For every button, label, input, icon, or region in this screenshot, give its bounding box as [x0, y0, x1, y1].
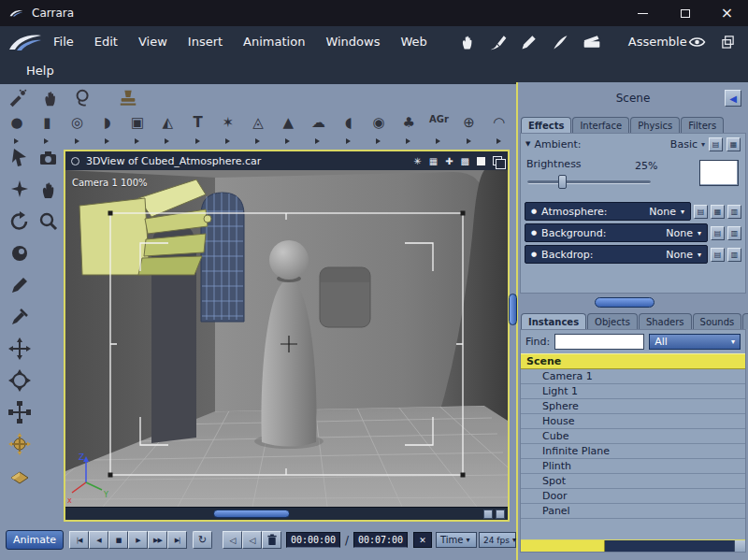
mountain-tool[interactable]: ▲	[273, 111, 303, 146]
chevron-down-icon[interactable]: ▾	[681, 208, 684, 216]
add-keyframe-button[interactable]: ◁	[242, 531, 262, 549]
go-end-button[interactable]: ▶|	[167, 531, 187, 549]
select-arrow-tool[interactable]	[8, 147, 31, 169]
hierarchy-view-icon[interactable]: ▦	[429, 156, 438, 166]
camera-tool[interactable]	[37, 147, 60, 169]
filter-dropdown[interactable]: All ▾	[649, 334, 741, 350]
scale-manipulator-tool[interactable]	[8, 401, 31, 424]
backdrop-option-button[interactable]: ▤	[711, 248, 725, 262]
list-item-sphere[interactable]: Sphere	[521, 399, 745, 414]
atmosphere-value[interactable]: None	[649, 206, 676, 218]
ambient-color-swatch[interactable]	[699, 160, 739, 186]
grid-toggle-icon[interactable]: ▩	[461, 156, 469, 166]
delete-keyframe-button[interactable]	[262, 531, 281, 549]
backdrop-value[interactable]: None	[666, 249, 693, 261]
time-mode-dropdown[interactable]: Time ▾	[436, 532, 477, 548]
chevron-down-icon[interactable]: ▾	[701, 140, 705, 149]
vertical-splitter-handle[interactable]	[509, 294, 517, 325]
pan-hand-tool[interactable]	[37, 179, 60, 201]
gear-tool[interactable]: ⊕	[454, 111, 484, 146]
close-button[interactable]: ×	[706, 0, 748, 26]
find-input[interactable]	[554, 334, 644, 350]
geodesic-tool[interactable]: ◎	[62, 111, 92, 146]
atmosphere-option-button[interactable]: ▥	[727, 205, 741, 219]
brightness-slider-thumb[interactable]	[558, 175, 567, 189]
viewport-resize-grip[interactable]	[496, 510, 505, 519]
chevron-down-icon[interactable]: ▾	[698, 251, 701, 259]
atmosphere-row[interactable]: ● Atmosphere: None ▾	[525, 202, 691, 221]
stamp-tool-icon[interactable]	[113, 87, 143, 109]
fps-dropdown[interactable]: 24 fps ▾	[479, 532, 516, 548]
hand-mode-icon[interactable]	[458, 33, 477, 51]
sphere-tool[interactable]: ●	[2, 111, 32, 146]
solid-view-icon[interactable]	[477, 157, 485, 165]
backdrop-row[interactable]: ● Backdrop: None ▾	[525, 245, 708, 264]
prev-keyframe-button[interactable]: ◁	[223, 531, 242, 549]
render-mode-icon[interactable]: ✳	[413, 156, 421, 166]
list-item-infinite-plane[interactable]: Infinite Plane	[521, 444, 745, 459]
pen-tool[interactable]	[8, 274, 31, 296]
spikes-tool[interactable]: ◬	[243, 111, 273, 146]
menu-edit[interactable]: Edit	[84, 35, 128, 49]
lasso-tool-icon[interactable]	[71, 87, 95, 109]
plane-manipulator-tool[interactable]	[8, 465, 31, 487]
ambient-mode-dropdown[interactable]: Basic	[670, 138, 698, 151]
hand-tool-icon[interactable]	[38, 87, 63, 109]
viewport-titlebar[interactable]: 3DView of Cubed_Atmosphere.car ✳ ▦ ✚ ▩	[65, 151, 508, 170]
prev-frame-button[interactable]: ◀	[89, 531, 108, 549]
background-value[interactable]: None	[666, 227, 693, 239]
rotate-manipulator-tool[interactable]	[8, 369, 31, 392]
star-cursor-tool[interactable]	[8, 179, 31, 201]
animate-toggle-button[interactable]: Animate	[6, 530, 64, 550]
scene-root-item[interactable]: Scene	[521, 353, 745, 369]
viewport-canvas[interactable]: Z x Y Camera 1 100%	[65, 170, 508, 507]
list-item-door[interactable]: Door	[521, 489, 745, 504]
stop-button[interactable]: ■	[108, 531, 128, 549]
list-item-spot[interactable]: Spot	[521, 474, 745, 489]
pen-mode-icon[interactable]	[520, 33, 539, 51]
menu-windows[interactable]: Windows	[315, 35, 390, 49]
list-item-cube[interactable]: Cube	[521, 429, 745, 444]
anything-grows-tool[interactable]: AGr	[424, 111, 453, 146]
atmosphere-option-button[interactable]: ▤	[694, 205, 708, 219]
restore-panel-icon[interactable]	[721, 35, 735, 49]
multi-pane-icon[interactable]	[493, 156, 502, 165]
metaball-tool[interactable]: ◗	[93, 111, 122, 146]
rock-tool[interactable]: ◖	[334, 111, 364, 146]
brightness-slider[interactable]	[527, 180, 651, 184]
total-time-field[interactable]: 00:07:00	[353, 532, 408, 548]
atmosphere-option-button[interactable]: ▦	[711, 205, 725, 219]
tab-effects[interactable]: Effects	[521, 117, 571, 133]
orbit-rotate-tool[interactable]	[8, 210, 31, 233]
tab-objects[interactable]: Objects	[587, 313, 638, 329]
current-time-field[interactable]: 00:00:00	[286, 532, 340, 548]
cloud-tool[interactable]: ☁	[303, 111, 333, 146]
list-item-house[interactable]: House	[521, 414, 745, 429]
chevron-down-icon[interactable]: ▾	[698, 229, 701, 237]
ambient-edit-button[interactable]: ▦	[726, 137, 741, 151]
tab-sounds[interactable]: Sounds	[693, 313, 742, 329]
menu-view[interactable]: View	[128, 35, 178, 49]
eyedropper-tool[interactable]	[8, 306, 31, 328]
panel-splitter[interactable]	[518, 294, 748, 310]
tab-clips[interactable]: Clips	[742, 313, 748, 329]
background-row[interactable]: ● Background: None ▾	[525, 223, 708, 242]
tab-instances[interactable]: Instances	[521, 313, 586, 329]
menu-help[interactable]: Help	[26, 64, 54, 78]
tab-shaders[interactable]: Shaders	[639, 313, 692, 329]
minimize-button[interactable]	[622, 0, 664, 26]
menu-file[interactable]: File	[43, 35, 84, 49]
cone-tool[interactable]: ◭	[152, 111, 182, 146]
translate-manipulator-tool[interactable]	[8, 337, 31, 360]
ambient-menu-button[interactable]: ▤	[709, 137, 723, 151]
zoom-tool[interactable]	[37, 210, 60, 233]
loop-button[interactable]: ↻	[193, 531, 212, 549]
universal-manipulator-tool[interactable]	[8, 433, 31, 455]
go-start-button[interactable]: |◀	[69, 531, 89, 549]
tab-interface[interactable]: Interface	[572, 117, 629, 133]
tab-physics[interactable]: Physics	[630, 117, 680, 133]
shell-tool[interactable]	[8, 242, 31, 265]
menu-animation[interactable]: Animation	[233, 35, 315, 49]
background-option-button[interactable]: ▥	[727, 226, 741, 240]
collapse-panel-button[interactable]: ◀	[725, 90, 741, 107]
